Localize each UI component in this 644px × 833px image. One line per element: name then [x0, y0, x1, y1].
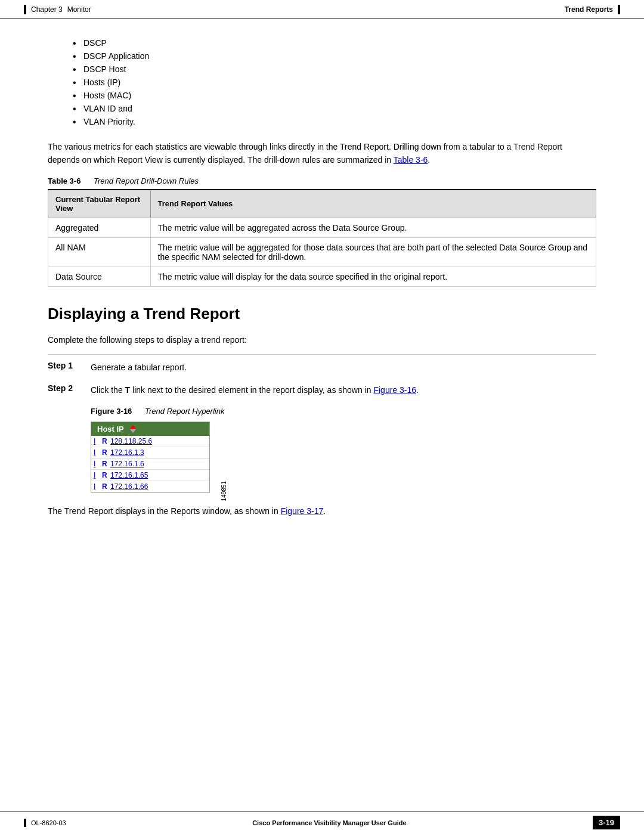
t-bold: T [125, 385, 131, 395]
col-b[interactable]: R [102, 482, 108, 491]
step-2-label: Step 2 [48, 383, 83, 393]
col-i[interactable]: I [94, 482, 100, 491]
table-link[interactable]: Table 3-6 [394, 155, 428, 165]
col-ip[interactable]: 172.16.1.66 [110, 482, 148, 491]
host-ip-figure: Host IP IR128.118.25.6IR172.16.1.3IR172.… [91, 422, 210, 493]
page-footer: OL-8620-03 Cisco Performance Visibility … [0, 812, 644, 833]
table-row: All NAMThe metric value will be aggregat… [48, 237, 596, 267]
col-b[interactable]: R [102, 471, 108, 479]
col1-header: Current Tabular Report View [48, 190, 151, 218]
col-i[interactable]: I [94, 471, 100, 479]
step-1-row: Step 1 Generate a tabular report. [48, 361, 596, 374]
section-heading: Displaying a Trend Report [48, 305, 596, 323]
figure-caption: Figure 3-16 Trend Report Hyperlink [91, 407, 596, 416]
header-bar-right [618, 5, 620, 14]
step-2-content: Click the T link next to the desired ele… [91, 383, 596, 397]
figure-side-label: 149851 [221, 481, 227, 501]
bullet-item: Hosts (MAC) [83, 89, 596, 102]
col-b[interactable]: R [102, 460, 108, 468]
sort-icon [130, 425, 136, 433]
col-i[interactable]: I [94, 448, 100, 457]
bullet-item: DSCP Application [83, 49, 596, 63]
col-ip[interactable]: 172.16.1.3 [110, 448, 144, 457]
host-ip-label: Host IP [97, 425, 124, 433]
section-label: Trend Reports [565, 5, 613, 14]
col-i[interactable]: I [94, 437, 100, 445]
main-content: DSCPDSCP ApplicationDSCP HostHosts (IP)H… [0, 18, 644, 563]
col2-cell: The metric value will display for the da… [150, 267, 596, 286]
table-row: Data SourceThe metric value will display… [48, 267, 596, 286]
col1-cell: All NAM [48, 237, 151, 267]
chapter-label: Chapter 3 [31, 5, 63, 14]
bullet-item: VLAN ID and [83, 102, 596, 115]
table-title: Trend Report Drill-Down Rules [94, 176, 199, 185]
col-ip[interactable]: 128.118.25.6 [110, 437, 152, 445]
footer-left: OL-8620-03 [24, 819, 66, 827]
figure-container: Host IP IR128.118.25.6IR172.16.1.3IR172.… [91, 422, 596, 493]
col2-cell: The metric value will be aggregated acro… [150, 218, 596, 237]
intro-paragraph: The various metrics for each statistics … [48, 140, 596, 167]
col-ip[interactable]: 172.16.1.65 [110, 471, 148, 479]
host-ip-header: Host IP [91, 422, 209, 436]
col-ip[interactable]: 172.16.1.6 [110, 460, 144, 468]
footer-center: Cisco Performance Visibility Manager Use… [252, 819, 406, 826]
sort-down-icon [130, 429, 136, 433]
host-ip-rows: IR128.118.25.6IR172.16.1.3IR172.16.1.6IR… [91, 436, 209, 492]
host-ip-row: IR172.16.1.65 [91, 470, 209, 481]
bullet-item: Hosts (IP) [83, 76, 596, 89]
figure-title: Trend Report Hyperlink [145, 407, 224, 416]
bullet-item: VLAN Priority. [83, 115, 596, 128]
col-b[interactable]: R [102, 437, 108, 445]
host-ip-row: IR128.118.25.6 [91, 436, 209, 447]
step-1-content: Generate a tabular report. [91, 361, 596, 374]
closing-text: The Trend Report displays in the Reports… [48, 504, 596, 518]
table-number: Table 3-6 [48, 176, 80, 185]
col-i[interactable]: I [94, 460, 100, 468]
bullet-item: DSCP [83, 36, 596, 49]
host-ip-row: IR172.16.1.66149851 [91, 481, 209, 492]
col2-cell: The metric value will be aggregated for … [150, 237, 596, 267]
page-number: 3-19 [593, 816, 620, 829]
sort-up-icon [130, 425, 136, 429]
step-2-row: Step 2 Click the T link next to the desi… [48, 383, 596, 397]
figure-number: Figure 3-16 [91, 407, 132, 416]
footer-bar [24, 819, 26, 827]
table-row: AggregatedThe metric value will be aggre… [48, 218, 596, 237]
col1-cell: Data Source [48, 267, 151, 286]
col-b[interactable]: R [102, 448, 108, 457]
page-header: Chapter 3 Monitor Trend Reports [0, 0, 644, 18]
col1-cell: Aggregated [48, 218, 151, 237]
step-divider [48, 354, 596, 355]
chapter-title: Monitor [67, 5, 91, 14]
bullet-list: DSCPDSCP ApplicationDSCP HostHosts (IP)H… [83, 36, 596, 128]
header-bar-left [24, 5, 26, 14]
footer-doc-id: OL-8620-03 [31, 819, 66, 826]
figure-3-16-link[interactable]: Figure 3-16 [373, 385, 416, 395]
drill-down-table: Current Tabular Report View Trend Report… [48, 189, 596, 287]
col2-header: Trend Report Values [150, 190, 596, 218]
step-1-label: Step 1 [48, 361, 83, 370]
host-ip-row: IR172.16.1.3 [91, 447, 209, 459]
steps-intro: Complete the following steps to display … [48, 335, 596, 345]
table-caption: Table 3-6 Trend Report Drill-Down Rules [48, 176, 596, 185]
header-left: Chapter 3 Monitor [24, 5, 91, 14]
bullet-item: DSCP Host [83, 63, 596, 76]
host-ip-row: IR172.16.1.6 [91, 459, 209, 470]
header-right: Trend Reports [565, 5, 620, 14]
footer-right: 3-19 [593, 816, 620, 829]
figure-3-17-link[interactable]: Figure 3-17 [281, 506, 324, 516]
